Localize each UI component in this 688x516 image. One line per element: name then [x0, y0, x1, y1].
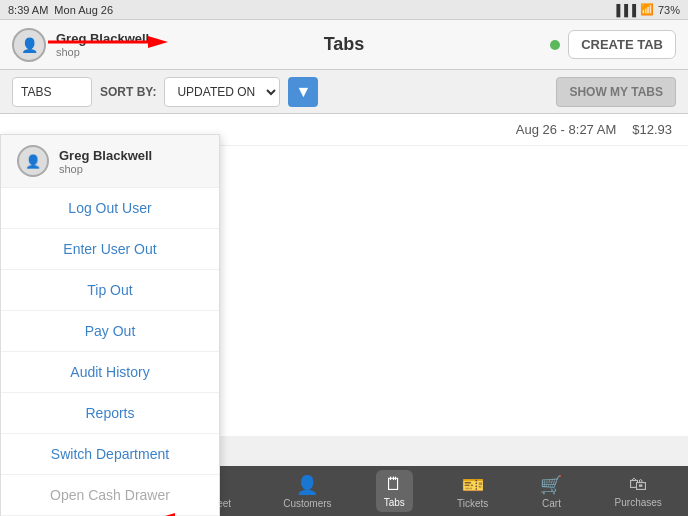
avatar[interactable]: 👤: [12, 28, 46, 62]
status-right: ▐▐▐ 📶 73%: [613, 3, 680, 16]
status-day: Mon Aug 26: [54, 4, 113, 16]
status-time: 8:39 AM: [8, 4, 48, 16]
dropdown-user-info: Greg Blackwell shop: [59, 148, 152, 175]
purchases-icon: 🛍: [629, 474, 647, 495]
dropdown-header: 👤 Greg Blackwell shop: [1, 135, 219, 188]
tabs-icon: 🗒: [385, 474, 403, 495]
menu-item-reports[interactable]: Reports: [1, 393, 219, 434]
avatar-icon: 👤: [21, 37, 38, 53]
cart-icon: 🛒: [540, 474, 562, 496]
wifi-icon: 📶: [640, 3, 654, 16]
tabs-filter-select[interactable]: TABS: [12, 77, 92, 107]
show-my-tabs-button[interactable]: SHOW MY TABS: [556, 77, 676, 107]
bottom-nav-items: 📋 Tee Sheet 👤 Customers 🗒 Tabs 🎫 Tickets…: [160, 470, 688, 513]
nav-item-cart[interactable]: 🛒 Cart: [532, 470, 570, 513]
filter-bar: TABS SORT BY: UPDATED ON ▼ SHOW MY TABS: [0, 70, 688, 114]
dropdown-avatar: 👤: [17, 145, 49, 177]
tab-amount: $12.93: [632, 122, 672, 137]
dropdown-menu: 👤 Greg Blackwell shop Log Out UserEnter …: [0, 134, 220, 516]
signal-icon: ▐▐▐: [613, 4, 636, 16]
red-arrow-annotation: [48, 32, 168, 52]
menu-item-tip-out[interactable]: Tip Out: [1, 270, 219, 311]
main-content: Aug 26 - 8:27 AM $12.93 👤 Greg Blackwell…: [0, 114, 688, 436]
page-title: Tabs: [324, 34, 365, 55]
menu-item-log-out-user[interactable]: Log Out User: [1, 188, 219, 229]
tickets-label: Tickets: [457, 498, 488, 509]
battery-label: 73%: [658, 4, 680, 16]
nav-item-customers[interactable]: 👤 Customers: [275, 470, 339, 513]
menu-item-audit-history[interactable]: Audit History: [1, 352, 219, 393]
sort-by-label: SORT BY:: [100, 85, 156, 99]
purchases-label: Purchases: [615, 497, 662, 508]
cart-label: Cart: [542, 498, 561, 509]
header-bar: 👤 Greg Blackwell shop Tabs CREATE TAB: [0, 20, 688, 70]
nav-item-purchases[interactable]: 🛍 Purchases: [607, 470, 670, 512]
header-right: CREATE TAB: [550, 30, 676, 59]
sort-direction-button[interactable]: ▼: [288, 77, 318, 107]
dropdown-user-name: Greg Blackwell: [59, 148, 152, 163]
chevron-down-icon: ▼: [296, 83, 312, 101]
menu-item-enter-user-out[interactable]: Enter User Out: [1, 229, 219, 270]
tabs-label: Tabs: [384, 497, 405, 508]
status-left: 8:39 AM Mon Aug 26: [8, 4, 113, 16]
status-indicator: [550, 40, 560, 50]
menu-item-pay-out[interactable]: Pay Out: [1, 311, 219, 352]
svg-marker-1: [148, 36, 168, 48]
dropdown-user-shop: shop: [59, 163, 152, 175]
tickets-icon: 🎫: [462, 474, 484, 496]
create-tab-button[interactable]: CREATE TAB: [568, 30, 676, 59]
status-bar: 8:39 AM Mon Aug 26 ▐▐▐ 📶 73%: [0, 0, 688, 20]
nav-item-tabs[interactable]: 🗒 Tabs: [376, 470, 413, 512]
menu-items-list: Log Out UserEnter User OutTip OutPay Out…: [1, 188, 219, 516]
menu-item-open-cash-drawer: Open Cash Drawer: [1, 475, 219, 516]
tab-date: Aug 26 - 8:27 AM: [516, 122, 616, 137]
customers-icon: 👤: [296, 474, 318, 496]
menu-item-switch-department[interactable]: Switch Department: [1, 434, 219, 475]
customers-label: Customers: [283, 498, 331, 509]
nav-item-tickets[interactable]: 🎫 Tickets: [449, 470, 496, 513]
sort-by-select[interactable]: UPDATED ON: [164, 77, 280, 107]
